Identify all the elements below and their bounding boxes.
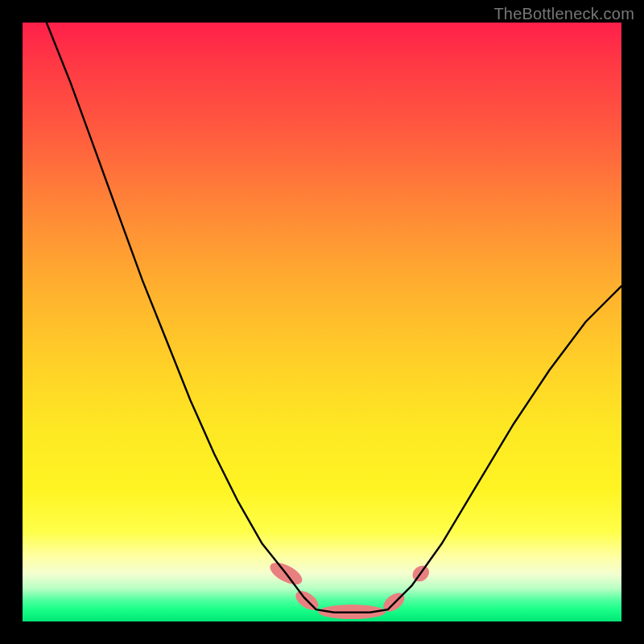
bottleneck-curve — [47, 23, 621, 613]
chart-svg — [23, 23, 621, 621]
chart-plot-area — [23, 23, 621, 621]
chart-frame: TheBottleneck.com — [0, 0, 644, 644]
watermark-text: TheBottleneck.com — [493, 5, 634, 23]
